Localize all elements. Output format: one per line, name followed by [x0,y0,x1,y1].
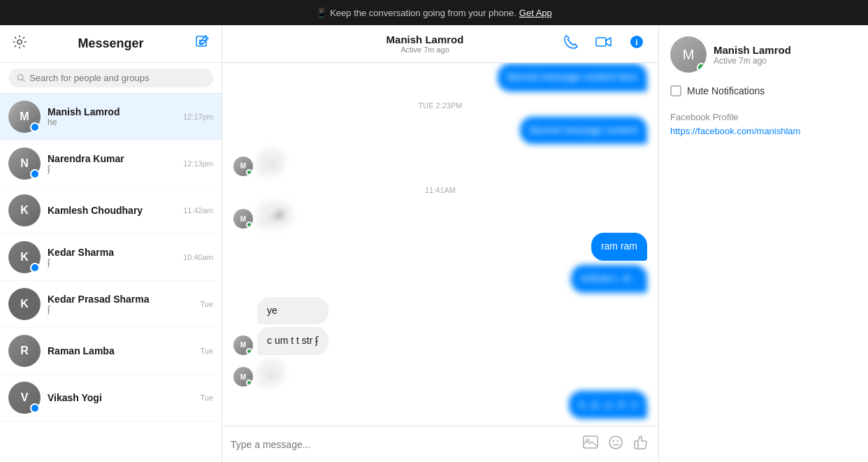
online-dot [30,403,40,413]
right-avatar-info: Manish Lamrod Active 7m ago [714,44,791,66]
contact-item[interactable]: V Vikash Yogi Tue [0,375,222,421]
avatar-wrap: K [8,241,41,273]
fb-profile-title: Facebook Profile [670,112,857,122]
message-bubble: c um t t str ʄ [257,327,328,355]
contact-info: Manish Lamrod he [48,106,176,127]
info-button[interactable]: i [626,31,647,56]
avatar-wrap: K [8,194,41,226]
right-panel-profile: M Manish Lamrod Active 7m ago [670,36,857,73]
svg-point-9 [609,436,622,449]
avatar: R [8,335,41,367]
chat-header-actions: i [560,31,647,56]
thumbs-up-icon [633,435,649,450]
messages-container: blurred message content hereTUE 2:23PMbl… [222,63,658,426]
svg-text:i: i [635,38,637,48]
contact-name: Manish Lamrod [48,106,176,117]
contact-item[interactable]: R Raman Lamba Tue [0,328,222,375]
emoji-button[interactable] [607,433,625,455]
msg-avatar: M [233,367,253,387]
online-dot [30,169,40,179]
contact-item[interactable]: K Kedar Prasad Sharma ʄ Tue [0,281,222,328]
chat-header-name: Manish Lamrod [386,34,464,45]
online-dot [246,348,252,354]
online-dot [246,380,252,386]
like-button[interactable] [632,433,650,455]
online-indicator [697,63,706,72]
contact-item[interactable]: N Narendra Kumar ʄ 12:13pm [0,140,222,187]
message-row: a...p...y...d...u [233,391,647,419]
contact-preview: ʄ [48,305,193,315]
message-bubble: a...p...y...d...u [569,391,647,419]
online-dot [246,169,252,175]
contact-info: Kedar Prasad Sharma ʄ [48,294,193,315]
banner-text: Keep the conversation going from your ph… [330,8,516,18]
message-bubble: ...ul [257,201,293,229]
call-button[interactable] [560,31,581,56]
message-bubble: m/how-t...d... [571,265,647,293]
top-banner: 📱 Keep the conversation going from your … [0,0,868,25]
compose-icon [195,35,209,49]
contact-name: Raman Lamba [48,345,193,356]
message-row: M... [233,148,647,176]
contact-time: Tue [200,300,213,308]
msg-avatar: M [233,335,253,355]
message-row: M...ul [233,201,647,229]
search-wrapper [8,68,213,87]
message-bubble: blurred message content here [498,64,647,92]
contact-item[interactable]: K Kedar Sharma ʄ 10:40am [0,234,222,281]
message-input[interactable] [231,439,574,450]
time-label: 11:41AM [233,186,647,194]
settings-button[interactable] [10,32,29,55]
time-label: TUE 2:23PM [233,101,647,110]
mute-row: Mute Notifications [670,81,857,101]
message-row: m/how-t...d... [233,265,647,293]
contact-item[interactable]: K Kamlesh Choudhary 11:42am [0,187,222,234]
contact-time: Tue [200,347,213,355]
gear-icon [13,35,27,49]
message-row: ram ram [233,233,647,261]
contact-preview: he [48,117,176,127]
contact-list: M Manish Lamrod he 12:17pm N Narendra Ku… [0,94,222,462]
chat-header: Manish Lamrod Active 7m ago [222,25,658,63]
search-icon [17,73,25,82]
svg-rect-4 [596,38,606,46]
message-bubble: ye [257,297,328,325]
avatar-wrap: N [8,147,41,180]
image-button[interactable] [581,434,600,454]
message-bubble: ram ram [591,233,647,261]
contact-item[interactable]: M Manish Lamrod he 12:17pm [0,94,222,140]
sidebar-header: Messenger [0,25,222,63]
contact-preview: ʄ [48,164,176,174]
contact-preview: ʄ [48,258,176,268]
contact-name: Kamlesh Choudhary [48,205,176,216]
mute-checkbox[interactable] [670,85,681,96]
video-button[interactable] [593,31,615,56]
right-panel-name: Manish Lamrod [714,44,791,56]
contact-info: Raman Lamba [48,345,193,356]
compose-button[interactable] [192,32,212,55]
avatar-wrap: R [8,335,41,367]
emoji-icon [608,435,623,450]
contact-info: Kedar Sharma ʄ [48,247,176,268]
right-panel: M Manish Lamrod Active 7m ago Mute Notif… [658,25,868,462]
contact-info: Narendra Kumar ʄ [48,153,176,174]
chat-input-area [222,426,658,462]
get-app-link[interactable]: Get App [519,8,552,18]
fb-profile-section: Facebook Profile https://facebook.com/ma… [670,112,857,136]
svg-point-10 [613,440,614,442]
contact-time: 12:13pm [183,159,213,168]
message-bubble: blurred message content [520,117,647,145]
fb-profile-link[interactable]: https://facebook.com/manishlam [670,126,800,136]
info-icon: i [629,34,644,50]
message-bubble: ... [257,148,285,176]
message-row: M... [233,359,647,387]
chat-header-status: Active 7m ago [400,45,449,54]
contact-info: Kamlesh Choudhary [48,205,176,216]
contact-time: Tue [200,394,213,402]
contact-name: Kedar Sharma [48,247,176,258]
search-input[interactable] [29,73,205,83]
avatar-wrap: K [8,288,41,320]
msg-avatar: M [233,157,253,176]
svg-line-3 [22,80,24,82]
phone-icon [563,34,579,50]
